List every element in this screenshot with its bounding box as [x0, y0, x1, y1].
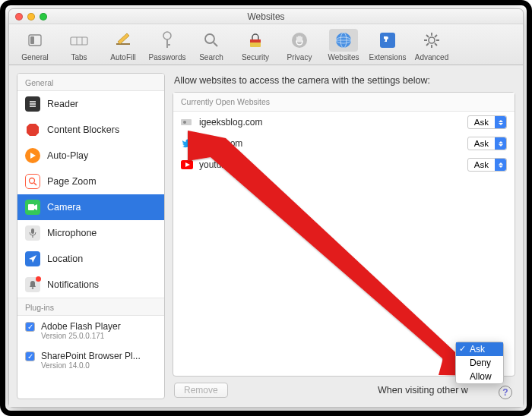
svg-point-40 [32, 287, 33, 288]
svg-rect-1 [30, 36, 34, 44]
plugin-item-flash[interactable]: ✓ Adobe Flash Player Version 25.0.0.171 [17, 316, 164, 345]
lock-icon [247, 32, 264, 49]
toolbar-search[interactable]: Search [190, 27, 233, 63]
stop-icon [25, 122, 40, 137]
microphone-icon [25, 225, 40, 241]
svg-rect-35 [28, 204, 34, 210]
svg-point-13 [292, 33, 307, 48]
svg-line-27 [435, 35, 437, 37]
toolbar-advanced[interactable]: Advanced [410, 27, 453, 63]
toolbar-privacy[interactable]: Privacy [278, 27, 321, 63]
zoom-page-icon [25, 174, 40, 189]
key-icon [160, 30, 175, 50]
toolbar-autofill[interactable]: AutoFill [102, 27, 144, 63]
site-permission-select[interactable]: Ask [467, 115, 507, 129]
sidebar-item-notifications[interactable]: Notifications [17, 272, 164, 298]
sidebar-item-auto-play[interactable]: Auto-Play [17, 143, 164, 169]
site-permission-select[interactable]: Ask [467, 158, 507, 172]
puzzle-icon [378, 31, 397, 49]
svg-line-25 [435, 43, 437, 46]
help-button[interactable]: ? [499, 386, 512, 399]
sidebar-item-label: Content Blockers [47, 124, 119, 135]
sidebar-item-label: Notifications [47, 279, 99, 290]
plugin-name: Adobe Flash Player [41, 321, 121, 332]
svg-rect-2 [71, 37, 87, 45]
location-icon [25, 251, 40, 266]
search-icon [203, 32, 220, 49]
tabs-icon [69, 33, 89, 48]
svg-rect-18 [380, 33, 395, 48]
svg-rect-12 [250, 39, 261, 43]
main-title: Allow websites to access the camera with… [173, 73, 515, 92]
svg-marker-36 [34, 204, 37, 210]
toolbar-security[interactable]: Security [234, 27, 277, 63]
switch-icon [27, 32, 43, 49]
dropdown-option-deny[interactable]: Deny [456, 356, 503, 370]
stepper-arrows-icon [495, 159, 506, 171]
plugin-version: Version 14.0.0 [41, 361, 141, 370]
svg-point-19 [429, 37, 435, 43]
svg-rect-8 [166, 44, 170, 46]
svg-line-24 [426, 35, 429, 37]
site-name: igeeksblog.com [199, 117, 461, 128]
hand-icon [290, 31, 309, 49]
pencil-icon [114, 32, 132, 49]
site-name: youtube.com [199, 159, 461, 170]
youtube-favicon-icon [181, 159, 193, 171]
sidebar-item-camera[interactable]: Camera [17, 194, 164, 220]
dropdown-option-allow[interactable]: Allow [456, 370, 503, 383]
sidebar-item-page-zoom[interactable]: Page Zoom [17, 169, 164, 194]
dropdown-option-ask[interactable]: Ask [456, 342, 503, 356]
toolbar-passwords[interactable]: Passwords [146, 27, 188, 63]
sidebar-group-general: General [17, 74, 164, 91]
sidebar-group-plugins: Plug-ins [17, 298, 164, 316]
sidebar-item-label: Camera [47, 202, 81, 213]
sidebar-item-microphone[interactable]: Microphone [17, 220, 164, 246]
svg-marker-31 [27, 124, 39, 136]
sidebar-item-label: Page Zoom [47, 176, 97, 187]
svg-line-10 [214, 43, 217, 46]
sidebar-item-label: Reader [47, 99, 78, 109]
permission-dropdown[interactable]: Ask Deny Allow [455, 342, 504, 384]
svg-rect-37 [31, 228, 34, 234]
svg-point-6 [163, 32, 171, 39]
site-favicon-icon [181, 116, 193, 128]
remove-button[interactable]: Remove [174, 383, 228, 398]
svg-point-33 [30, 178, 35, 184]
websites-panel: Currently Open Websites igeeksblog.com A… [173, 92, 515, 377]
stepper-arrows-icon [495, 116, 506, 128]
window-title: Websites [9, 11, 523, 22]
sidebar-item-content-blockers[interactable]: Content Blockers [17, 117, 164, 143]
plugin-version: Version 25.0.0.171 [41, 332, 121, 340]
sidebar-item-label: Auto-Play [47, 150, 88, 161]
preferences-toolbar: General Tabs AutoFill Passwords Search S… [9, 24, 523, 65]
site-row[interactable]: youtube.com Ask [173, 154, 515, 175]
sidebar-item-location[interactable]: Location [17, 246, 164, 272]
sidebar-item-reader[interactable]: Reader [17, 91, 164, 117]
sidebar-item-label: Microphone [47, 228, 97, 238]
svg-point-9 [205, 34, 214, 43]
camera-icon [25, 200, 40, 215]
notifications-icon [25, 277, 40, 292]
reader-icon [25, 96, 40, 112]
sidebar-item-label: Location [47, 254, 83, 264]
checkbox-icon[interactable]: ✓ [25, 322, 35, 332]
footer-label: When visiting other w [378, 385, 468, 396]
gear-icon [423, 31, 441, 49]
site-row[interactable]: twitter.com Ask [173, 133, 515, 154]
site-row[interactable]: igeeksblog.com Ask [173, 112, 515, 133]
plugin-item-sharepoint[interactable]: ✓ SharePoint Browser Pl... Version 14.0.… [17, 345, 164, 375]
checkbox-icon[interactable]: ✓ [25, 351, 35, 361]
toolbar-websites[interactable]: Websites [322, 27, 365, 63]
svg-line-34 [34, 183, 36, 185]
toolbar-extensions[interactable]: Extensions [366, 27, 409, 63]
site-name: twitter.com [199, 138, 461, 149]
twitter-favicon-icon [181, 137, 193, 150]
site-permission-select[interactable]: Ask [467, 137, 507, 150]
toolbar-tabs[interactable]: Tabs [58, 27, 100, 63]
globe-icon [334, 31, 353, 49]
toolbar-general[interactable]: General [14, 27, 56, 63]
play-icon [25, 148, 40, 163]
svg-point-42 [183, 121, 186, 124]
svg-rect-5 [116, 43, 130, 45]
